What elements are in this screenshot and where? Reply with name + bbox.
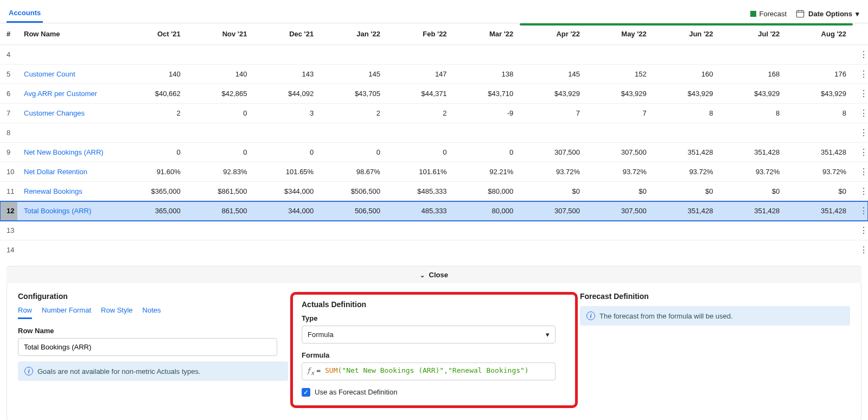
data-cell[interactable]: 92.83% bbox=[187, 162, 254, 182]
date-options-button[interactable]: Date Options ▾ bbox=[795, 9, 859, 18]
data-cell[interactable] bbox=[786, 221, 853, 240]
data-cell[interactable]: 351,428 bbox=[653, 201, 720, 221]
row-menu-button[interactable] bbox=[853, 143, 868, 162]
data-cell[interactable]: 0 bbox=[187, 143, 254, 162]
data-cell[interactable]: 98.67% bbox=[320, 162, 387, 182]
data-cell[interactable] bbox=[586, 240, 653, 260]
data-cell[interactable]: 351,428 bbox=[719, 143, 786, 162]
row-name-cell[interactable]: Customer Changes bbox=[17, 104, 120, 123]
data-cell[interactable] bbox=[586, 123, 653, 143]
data-cell[interactable]: 8 bbox=[653, 104, 720, 123]
data-cell[interactable] bbox=[586, 45, 653, 65]
data-cell[interactable]: 93.72% bbox=[719, 162, 786, 182]
data-cell[interactable]: 351,428 bbox=[786, 143, 853, 162]
table-row[interactable]: 8 bbox=[0, 123, 868, 143]
data-cell[interactable]: 168 bbox=[719, 65, 786, 84]
row-menu-button[interactable] bbox=[853, 162, 868, 182]
data-cell[interactable]: 307,500 bbox=[586, 143, 653, 162]
data-cell[interactable]: $0 bbox=[653, 182, 720, 201]
data-cell[interactable] bbox=[454, 123, 520, 143]
data-cell[interactable] bbox=[520, 221, 586, 240]
data-cell[interactable]: 0 bbox=[320, 143, 387, 162]
data-cell[interactable]: $506,500 bbox=[320, 182, 387, 201]
use-forecast-checkbox[interactable]: ✓ bbox=[302, 388, 310, 397]
data-cell[interactable] bbox=[120, 123, 187, 143]
data-cell[interactable]: 101.61% bbox=[387, 162, 454, 182]
data-cell[interactable]: $344,000 bbox=[253, 182, 320, 201]
data-cell[interactable]: 147 bbox=[387, 65, 454, 84]
config-tab-number-format[interactable]: Number Format bbox=[42, 306, 91, 319]
data-cell[interactable]: 93.72% bbox=[520, 162, 586, 182]
config-tab-notes[interactable]: Notes bbox=[143, 306, 161, 319]
data-cell[interactable]: $0 bbox=[586, 182, 653, 201]
data-cell[interactable]: $43,929 bbox=[719, 84, 786, 104]
data-cell[interactable]: $43,929 bbox=[786, 84, 853, 104]
data-cell[interactable]: $485,333 bbox=[387, 182, 454, 201]
data-cell[interactable] bbox=[253, 123, 320, 143]
data-cell[interactable]: 8 bbox=[786, 104, 853, 123]
data-cell[interactable] bbox=[320, 240, 387, 260]
data-cell[interactable]: 0 bbox=[120, 143, 187, 162]
data-cell[interactable]: 93.72% bbox=[786, 162, 853, 182]
data-cell[interactable]: 0 bbox=[187, 104, 254, 123]
data-cell[interactable]: -9 bbox=[454, 104, 520, 123]
data-cell[interactable] bbox=[786, 240, 853, 260]
data-cell[interactable] bbox=[320, 123, 387, 143]
data-cell[interactable]: 176 bbox=[786, 65, 853, 84]
data-cell[interactable]: 861,500 bbox=[187, 201, 254, 221]
data-cell[interactable] bbox=[187, 221, 254, 240]
config-tab-row[interactable]: Row bbox=[18, 306, 32, 319]
row-name-input[interactable] bbox=[18, 338, 277, 356]
data-cell[interactable]: 152 bbox=[586, 65, 653, 84]
data-cell[interactable] bbox=[387, 45, 454, 65]
data-cell[interactable]: $43,929 bbox=[520, 84, 586, 104]
row-name-cell[interactable]: Avg ARR per Customer bbox=[17, 84, 120, 104]
data-cell[interactable] bbox=[253, 45, 320, 65]
data-cell[interactable] bbox=[719, 123, 786, 143]
table-row[interactable]: 5Customer Count1401401431451471381451521… bbox=[0, 65, 868, 84]
data-cell[interactable] bbox=[719, 240, 786, 260]
data-cell[interactable] bbox=[187, 240, 254, 260]
data-cell[interactable] bbox=[520, 240, 586, 260]
data-cell[interactable]: 3 bbox=[253, 104, 320, 123]
data-cell[interactable] bbox=[653, 221, 720, 240]
data-cell[interactable] bbox=[320, 45, 387, 65]
data-cell[interactable]: 8 bbox=[719, 104, 786, 123]
table-row[interactable]: 14 bbox=[0, 240, 868, 260]
data-cell[interactable]: 7 bbox=[586, 104, 653, 123]
data-cell[interactable]: 140 bbox=[120, 65, 187, 84]
data-cell[interactable]: 0 bbox=[253, 143, 320, 162]
data-cell[interactable] bbox=[454, 45, 520, 65]
data-cell[interactable] bbox=[253, 240, 320, 260]
data-cell[interactable] bbox=[387, 221, 454, 240]
data-cell[interactable] bbox=[653, 123, 720, 143]
table-row[interactable]: 10Net Dollar Retention91.60%92.83%101.65… bbox=[0, 162, 868, 182]
data-cell[interactable]: 138 bbox=[454, 65, 520, 84]
data-cell[interactable]: 307,500 bbox=[586, 201, 653, 221]
table-row[interactable]: 6Avg ARR per Customer$40,662$42,865$44,0… bbox=[0, 84, 868, 104]
data-cell[interactable]: 351,428 bbox=[719, 201, 786, 221]
data-cell[interactable] bbox=[253, 221, 320, 240]
data-cell[interactable]: $43,929 bbox=[586, 84, 653, 104]
data-cell[interactable]: 2 bbox=[320, 104, 387, 123]
data-cell[interactable] bbox=[454, 240, 520, 260]
data-cell[interactable]: 2 bbox=[120, 104, 187, 123]
data-cell[interactable]: 91.60% bbox=[120, 162, 187, 182]
data-cell[interactable]: $43,710 bbox=[454, 84, 520, 104]
data-cell[interactable]: $42,865 bbox=[187, 84, 254, 104]
data-cell[interactable] bbox=[586, 221, 653, 240]
data-cell[interactable]: $44,371 bbox=[387, 84, 454, 104]
formula-input[interactable]: ƒx= SUM("Net New Bookings (ARR)","Renewa… bbox=[302, 362, 556, 380]
data-cell[interactable] bbox=[187, 123, 254, 143]
data-cell[interactable] bbox=[120, 240, 187, 260]
table-row[interactable]: 4 bbox=[0, 45, 868, 65]
data-cell[interactable] bbox=[120, 221, 187, 240]
data-cell[interactable]: 160 bbox=[653, 65, 720, 84]
data-cell[interactable]: 92.21% bbox=[454, 162, 520, 182]
data-cell[interactable]: $43,929 bbox=[653, 84, 720, 104]
data-cell[interactable]: 307,500 bbox=[520, 143, 586, 162]
table-row[interactable]: 13 bbox=[0, 221, 868, 240]
config-tab-row-style[interactable]: Row Style bbox=[101, 306, 133, 319]
data-cell[interactable] bbox=[719, 45, 786, 65]
data-cell[interactable]: 344,000 bbox=[253, 201, 320, 221]
